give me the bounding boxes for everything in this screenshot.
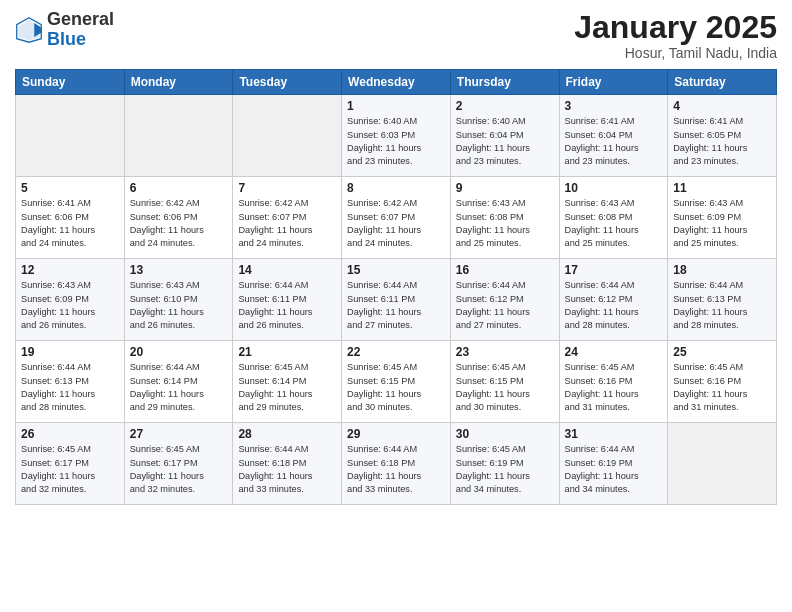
day-info: Sunrise: 6:45 AMSunset: 6:15 PMDaylight:… <box>456 361 554 414</box>
day-info: Sunrise: 6:44 AMSunset: 6:13 PMDaylight:… <box>673 279 771 332</box>
day-number: 21 <box>238 345 336 359</box>
calendar-table: Sunday Monday Tuesday Wednesday Thursday… <box>15 69 777 505</box>
calendar-cell-w1-d1 <box>16 95 125 177</box>
week-row-1: 1Sunrise: 6:40 AMSunset: 6:03 PMDaylight… <box>16 95 777 177</box>
calendar-header-row: Sunday Monday Tuesday Wednesday Thursday… <box>16 70 777 95</box>
calendar-cell-w4-d2: 20Sunrise: 6:44 AMSunset: 6:14 PMDayligh… <box>124 341 233 423</box>
col-saturday: Saturday <box>668 70 777 95</box>
title-block: January 2025 Hosur, Tamil Nadu, India <box>574 10 777 61</box>
day-info: Sunrise: 6:44 AMSunset: 6:12 PMDaylight:… <box>565 279 663 332</box>
day-info: Sunrise: 6:42 AMSunset: 6:06 PMDaylight:… <box>130 197 228 250</box>
day-number: 6 <box>130 181 228 195</box>
day-number: 1 <box>347 99 445 113</box>
day-number: 26 <box>21 427 119 441</box>
calendar-cell-w4-d1: 19Sunrise: 6:44 AMSunset: 6:13 PMDayligh… <box>16 341 125 423</box>
calendar-cell-w2-d6: 10Sunrise: 6:43 AMSunset: 6:08 PMDayligh… <box>559 177 668 259</box>
header: General Blue January 2025 Hosur, Tamil N… <box>15 10 777 61</box>
calendar-cell-w5-d5: 30Sunrise: 6:45 AMSunset: 6:19 PMDayligh… <box>450 423 559 505</box>
calendar-cell-w3-d2: 13Sunrise: 6:43 AMSunset: 6:10 PMDayligh… <box>124 259 233 341</box>
day-info: Sunrise: 6:44 AMSunset: 6:18 PMDaylight:… <box>238 443 336 496</box>
calendar-cell-w2-d4: 8Sunrise: 6:42 AMSunset: 6:07 PMDaylight… <box>342 177 451 259</box>
calendar-cell-w2-d7: 11Sunrise: 6:43 AMSunset: 6:09 PMDayligh… <box>668 177 777 259</box>
day-number: 5 <box>21 181 119 195</box>
calendar-cell-w3-d5: 16Sunrise: 6:44 AMSunset: 6:12 PMDayligh… <box>450 259 559 341</box>
day-info: Sunrise: 6:45 AMSunset: 6:15 PMDaylight:… <box>347 361 445 414</box>
week-row-5: 26Sunrise: 6:45 AMSunset: 6:17 PMDayligh… <box>16 423 777 505</box>
day-info: Sunrise: 6:43 AMSunset: 6:08 PMDaylight:… <box>456 197 554 250</box>
calendar-cell-w3-d1: 12Sunrise: 6:43 AMSunset: 6:09 PMDayligh… <box>16 259 125 341</box>
col-monday: Monday <box>124 70 233 95</box>
day-number: 20 <box>130 345 228 359</box>
calendar-cell-w3-d4: 15Sunrise: 6:44 AMSunset: 6:11 PMDayligh… <box>342 259 451 341</box>
day-info: Sunrise: 6:42 AMSunset: 6:07 PMDaylight:… <box>238 197 336 250</box>
day-number: 19 <box>21 345 119 359</box>
calendar-cell-w5-d7 <box>668 423 777 505</box>
day-info: Sunrise: 6:44 AMSunset: 6:19 PMDaylight:… <box>565 443 663 496</box>
day-number: 27 <box>130 427 228 441</box>
calendar-cell-w3-d3: 14Sunrise: 6:44 AMSunset: 6:11 PMDayligh… <box>233 259 342 341</box>
day-info: Sunrise: 6:41 AMSunset: 6:04 PMDaylight:… <box>565 115 663 168</box>
day-info: Sunrise: 6:43 AMSunset: 6:08 PMDaylight:… <box>565 197 663 250</box>
calendar-cell-w1-d4: 1Sunrise: 6:40 AMSunset: 6:03 PMDaylight… <box>342 95 451 177</box>
day-number: 15 <box>347 263 445 277</box>
calendar-cell-w4-d4: 22Sunrise: 6:45 AMSunset: 6:15 PMDayligh… <box>342 341 451 423</box>
logo-icon <box>15 16 43 44</box>
day-info: Sunrise: 6:43 AMSunset: 6:09 PMDaylight:… <box>673 197 771 250</box>
day-info: Sunrise: 6:45 AMSunset: 6:17 PMDaylight:… <box>21 443 119 496</box>
calendar-cell-w5-d4: 29Sunrise: 6:44 AMSunset: 6:18 PMDayligh… <box>342 423 451 505</box>
calendar-cell-w5-d1: 26Sunrise: 6:45 AMSunset: 6:17 PMDayligh… <box>16 423 125 505</box>
day-number: 3 <box>565 99 663 113</box>
day-number: 7 <box>238 181 336 195</box>
calendar-cell-w4-d3: 21Sunrise: 6:45 AMSunset: 6:14 PMDayligh… <box>233 341 342 423</box>
week-row-3: 12Sunrise: 6:43 AMSunset: 6:09 PMDayligh… <box>16 259 777 341</box>
col-thursday: Thursday <box>450 70 559 95</box>
day-info: Sunrise: 6:45 AMSunset: 6:17 PMDaylight:… <box>130 443 228 496</box>
col-tuesday: Tuesday <box>233 70 342 95</box>
day-info: Sunrise: 6:44 AMSunset: 6:12 PMDaylight:… <box>456 279 554 332</box>
day-number: 14 <box>238 263 336 277</box>
day-number: 24 <box>565 345 663 359</box>
week-row-4: 19Sunrise: 6:44 AMSunset: 6:13 PMDayligh… <box>16 341 777 423</box>
calendar-cell-w5-d6: 31Sunrise: 6:44 AMSunset: 6:19 PMDayligh… <box>559 423 668 505</box>
calendar-cell-w2-d5: 9Sunrise: 6:43 AMSunset: 6:08 PMDaylight… <box>450 177 559 259</box>
calendar-cell-w5-d2: 27Sunrise: 6:45 AMSunset: 6:17 PMDayligh… <box>124 423 233 505</box>
col-wednesday: Wednesday <box>342 70 451 95</box>
calendar-cell-w3-d7: 18Sunrise: 6:44 AMSunset: 6:13 PMDayligh… <box>668 259 777 341</box>
day-number: 2 <box>456 99 554 113</box>
month-title: January 2025 <box>574 10 777 45</box>
calendar-cell-w1-d7: 4Sunrise: 6:41 AMSunset: 6:05 PMDaylight… <box>668 95 777 177</box>
logo-general-text: General <box>47 9 114 29</box>
calendar-cell-w2-d3: 7Sunrise: 6:42 AMSunset: 6:07 PMDaylight… <box>233 177 342 259</box>
calendar-cell-w4-d6: 24Sunrise: 6:45 AMSunset: 6:16 PMDayligh… <box>559 341 668 423</box>
calendar-cell-w2-d1: 5Sunrise: 6:41 AMSunset: 6:06 PMDaylight… <box>16 177 125 259</box>
day-number: 9 <box>456 181 554 195</box>
calendar-cell-w4-d5: 23Sunrise: 6:45 AMSunset: 6:15 PMDayligh… <box>450 341 559 423</box>
day-number: 29 <box>347 427 445 441</box>
day-number: 13 <box>130 263 228 277</box>
day-info: Sunrise: 6:44 AMSunset: 6:11 PMDaylight:… <box>238 279 336 332</box>
day-number: 4 <box>673 99 771 113</box>
day-info: Sunrise: 6:42 AMSunset: 6:07 PMDaylight:… <box>347 197 445 250</box>
day-number: 18 <box>673 263 771 277</box>
calendar-cell-w3-d6: 17Sunrise: 6:44 AMSunset: 6:12 PMDayligh… <box>559 259 668 341</box>
day-number: 25 <box>673 345 771 359</box>
day-info: Sunrise: 6:40 AMSunset: 6:04 PMDaylight:… <box>456 115 554 168</box>
day-info: Sunrise: 6:40 AMSunset: 6:03 PMDaylight:… <box>347 115 445 168</box>
day-info: Sunrise: 6:44 AMSunset: 6:11 PMDaylight:… <box>347 279 445 332</box>
day-info: Sunrise: 6:45 AMSunset: 6:16 PMDaylight:… <box>565 361 663 414</box>
day-info: Sunrise: 6:43 AMSunset: 6:09 PMDaylight:… <box>21 279 119 332</box>
day-number: 31 <box>565 427 663 441</box>
day-number: 10 <box>565 181 663 195</box>
col-sunday: Sunday <box>16 70 125 95</box>
calendar-cell-w1-d5: 2Sunrise: 6:40 AMSunset: 6:04 PMDaylight… <box>450 95 559 177</box>
day-info: Sunrise: 6:45 AMSunset: 6:14 PMDaylight:… <box>238 361 336 414</box>
day-info: Sunrise: 6:45 AMSunset: 6:16 PMDaylight:… <box>673 361 771 414</box>
day-number: 16 <box>456 263 554 277</box>
day-number: 23 <box>456 345 554 359</box>
day-info: Sunrise: 6:44 AMSunset: 6:18 PMDaylight:… <box>347 443 445 496</box>
page: General Blue January 2025 Hosur, Tamil N… <box>0 0 792 612</box>
calendar-cell-w4-d7: 25Sunrise: 6:45 AMSunset: 6:16 PMDayligh… <box>668 341 777 423</box>
day-number: 11 <box>673 181 771 195</box>
calendar-cell-w1-d6: 3Sunrise: 6:41 AMSunset: 6:04 PMDaylight… <box>559 95 668 177</box>
day-number: 28 <box>238 427 336 441</box>
